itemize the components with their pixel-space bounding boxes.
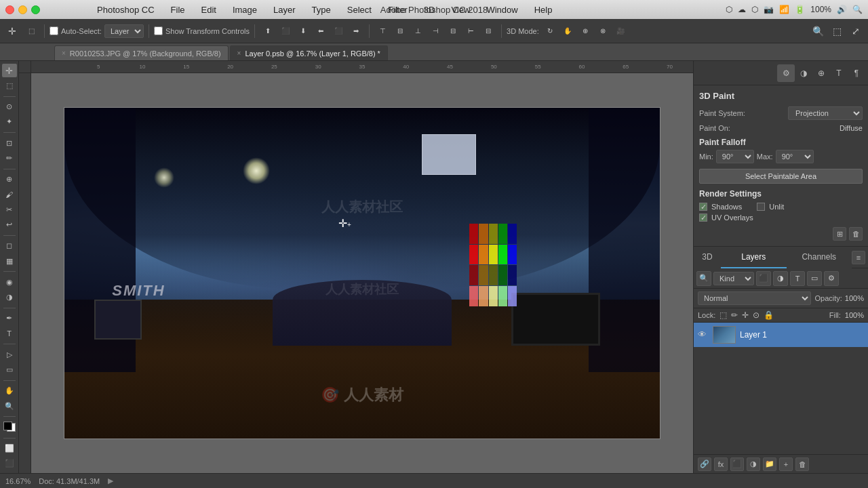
group-btn[interactable]: 📁 bbox=[763, 458, 776, 471]
shape-tool[interactable]: ▭ bbox=[2, 363, 17, 377]
path-select-tool[interactable]: ▷ bbox=[2, 348, 17, 361]
type-tool[interactable]: T bbox=[2, 327, 17, 340]
panel-icon-adjustments[interactable]: ◑ bbox=[795, 64, 812, 82]
lock-move-icon[interactable]: ✛ bbox=[742, 310, 749, 320]
tab-channels[interactable]: Channels bbox=[787, 247, 852, 268]
canvas-content[interactable]: SMITH 人人素材社区 人人素材社区 🎯 人人素材 ✛+ bbox=[31, 73, 693, 473]
fill-layer-btn[interactable]: ◑ bbox=[747, 458, 760, 471]
dist-vert-btn[interactable]: ⊟ bbox=[392, 23, 408, 39]
auto-select-select[interactable]: Layer bbox=[104, 24, 144, 38]
tab-3d[interactable]: 3D bbox=[694, 247, 721, 268]
filter-type-icon[interactable]: T bbox=[790, 271, 805, 286]
minimize-button[interactable] bbox=[18, 5, 27, 14]
selection-overlay-btn[interactable]: ⬚ bbox=[23, 23, 39, 39]
menu-photoshop[interactable]: Photoshop CC bbox=[94, 5, 157, 15]
dodge-tool[interactable]: ◑ bbox=[2, 290, 17, 304]
align-left-btn[interactable]: ⬅ bbox=[313, 23, 329, 39]
tab-layer0[interactable]: × Layer 0.psb @ 16.7% (Layer 1, RGB/8) * bbox=[230, 45, 388, 60]
tab-background[interactable]: × R0010253.JPG @ 17% (Background, RGB/8) bbox=[54, 45, 229, 60]
filter-adjust-icon[interactable]: ◑ bbox=[773, 271, 788, 286]
expand-btn[interactable]: ⤢ bbox=[848, 23, 864, 39]
dist-top-btn[interactable]: ⊤ bbox=[374, 23, 391, 39]
panel-icon-character[interactable]: T bbox=[830, 64, 848, 82]
menu-file[interactable]: File bbox=[168, 5, 188, 15]
auto-select-checkbox[interactable] bbox=[50, 26, 58, 35]
3d-camera-btn[interactable]: 🎥 bbox=[612, 23, 629, 39]
clone-tool[interactable]: ✂ bbox=[2, 203, 17, 216]
blend-mode-select[interactable]: Normal bbox=[698, 291, 811, 305]
status-arrow[interactable]: ▶ bbox=[108, 476, 113, 485]
menu-layer[interactable]: Layer bbox=[271, 5, 298, 15]
marquee-tool[interactable]: ⬚ bbox=[2, 79, 17, 92]
filter-shape-icon[interactable]: ▭ bbox=[807, 271, 822, 286]
gradient-tool[interactable]: ▦ bbox=[2, 254, 17, 268]
align-top-btn[interactable]: ⬆ bbox=[260, 23, 276, 39]
min-select[interactable]: 90° bbox=[716, 150, 754, 163]
menu-help[interactable]: Help bbox=[532, 5, 555, 15]
align-horiz-center-btn[interactable]: ⬛ bbox=[330, 23, 347, 39]
healing-tool[interactable]: ⊕ bbox=[2, 173, 17, 186]
layer-mask-btn[interactable]: ⬛ bbox=[730, 458, 744, 471]
lock-artboard-icon[interactable]: ⊙ bbox=[753, 310, 760, 320]
brush-tool[interactable]: 🖌 bbox=[2, 188, 17, 201]
filter-kind-select[interactable]: Kind bbox=[713, 272, 754, 285]
uv-overlays-checkbox[interactable]: ✓ bbox=[699, 214, 707, 222]
dist-left-btn[interactable]: ⊣ bbox=[427, 23, 443, 39]
paint-system-select[interactable]: Projection bbox=[788, 106, 863, 120]
show-transform-checkbox[interactable] bbox=[154, 26, 163, 35]
screen-mode-btn[interactable]: ⬛ bbox=[2, 457, 17, 470]
menu-edit[interactable]: Edit bbox=[199, 5, 219, 15]
lock-transparent-icon[interactable]: ⬚ bbox=[719, 310, 727, 320]
menu-select[interactable]: Select bbox=[344, 5, 374, 15]
select-paintable-btn[interactable]: Select Paintable Area bbox=[699, 169, 863, 184]
menu-window[interactable]: Window bbox=[484, 5, 520, 15]
align-vert-center-btn[interactable]: ⬛ bbox=[277, 23, 294, 39]
lock-paint-icon[interactable]: ✏ bbox=[731, 310, 738, 320]
tab-layers[interactable]: Layers bbox=[721, 247, 787, 268]
hand-tool[interactable]: ✋ bbox=[2, 384, 17, 398]
panel-icon-paragraph[interactable]: ¶ bbox=[848, 64, 865, 82]
dist-bottom-btn[interactable]: ⊥ bbox=[410, 23, 426, 39]
crop-tool[interactable]: ⊡ bbox=[2, 136, 17, 150]
dist-horiz-btn[interactable]: ⊟ bbox=[445, 23, 461, 39]
prop-new-btn[interactable]: ⊞ bbox=[833, 227, 846, 241]
3d-dolly-btn[interactable]: ⊕ bbox=[577, 23, 593, 39]
foreground-color-swatch[interactable] bbox=[3, 422, 12, 430]
max-select[interactable]: 90° bbox=[776, 150, 814, 163]
tab-background-close[interactable]: × bbox=[62, 49, 66, 57]
eyedropper-tool[interactable]: ✏ bbox=[2, 151, 17, 165]
canvas-image[interactable]: SMITH 人人素材社区 人人素材社区 🎯 人人素材 ✛+ bbox=[64, 107, 660, 439]
dist-extra-btn[interactable]: ⊟ bbox=[480, 23, 496, 39]
pen-tool[interactable]: ✒ bbox=[2, 312, 17, 325]
lock-all-icon[interactable]: 🔒 bbox=[764, 310, 774, 320]
3d-pan-btn[interactable]: ✋ bbox=[559, 23, 576, 39]
unlit-checkbox[interactable] bbox=[757, 203, 765, 211]
new-layer-btn[interactable]: + bbox=[779, 458, 793, 471]
layer-visibility-icon[interactable]: 👁 bbox=[698, 329, 709, 340]
tab-layer0-close[interactable]: × bbox=[237, 49, 241, 57]
panel-icon-3d-tools[interactable]: ⊕ bbox=[812, 64, 830, 82]
layer-1-row[interactable]: 👁 Layer 1 bbox=[694, 323, 868, 347]
filter-pixel-icon[interactable]: ⬛ bbox=[756, 271, 771, 286]
quick-select-tool[interactable]: ✦ bbox=[2, 115, 17, 129]
eraser-tool[interactable]: ◻ bbox=[2, 239, 17, 253]
maximize-button[interactable] bbox=[31, 5, 40, 14]
menu-image[interactable]: Image bbox=[230, 5, 260, 15]
prop-delete-btn[interactable]: 🗑 bbox=[849, 227, 863, 241]
link-layers-btn[interactable]: 🔗 bbox=[698, 458, 711, 471]
search-icon[interactable]: 🔍 bbox=[852, 5, 863, 14]
canvas-area[interactable]: 5 10 15 20 25 30 35 40 45 50 55 60 65 70 bbox=[19, 61, 693, 473]
filter-smart-icon[interactable]: ⚙ bbox=[824, 271, 839, 286]
quick-mask-btn[interactable]: ⬜ bbox=[2, 441, 17, 455]
move-tool-btn[interactable]: ✛ bbox=[4, 23, 20, 39]
shadows-checkbox[interactable]: ✓ bbox=[699, 203, 707, 211]
lasso-tool[interactable]: ⊙ bbox=[2, 100, 17, 114]
blur-tool[interactable]: ◉ bbox=[2, 275, 17, 289]
menu-type[interactable]: Type bbox=[309, 5, 334, 15]
search-btn[interactable]: 🔍 bbox=[810, 23, 826, 39]
move-tool[interactable]: ✛ bbox=[2, 64, 17, 77]
layer-style-btn[interactable]: fx bbox=[714, 458, 728, 471]
delete-layer-btn[interactable]: 🗑 bbox=[795, 458, 809, 471]
zoom-tool[interactable]: 🔍 bbox=[2, 399, 17, 413]
3d-slide-btn[interactable]: ⊗ bbox=[595, 23, 611, 39]
